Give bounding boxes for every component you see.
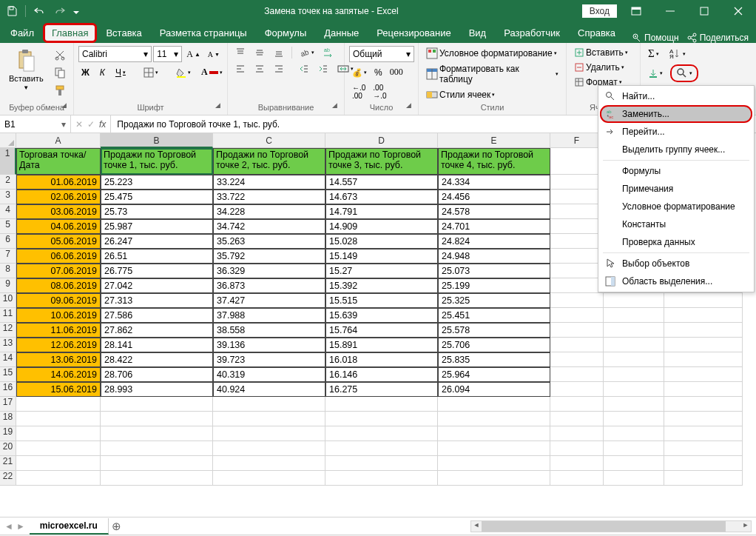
cell[interactable] (101, 441, 213, 456)
wrap-text-icon[interactable]: ab (320, 46, 338, 59)
row-header[interactable]: 14 (0, 352, 16, 367)
cell[interactable] (101, 412, 213, 426)
redo-icon[interactable] (51, 2, 69, 20)
underline-icon[interactable]: Ч ▾ (112, 66, 129, 79)
cancel-formula-icon[interactable]: ✕ (75, 119, 83, 130)
align-bottom-icon[interactable] (271, 46, 287, 59)
tab-formulas[interactable]: Формулы (256, 23, 316, 43)
data-cell[interactable]: 15.27 (325, 264, 438, 278)
tab-view[interactable]: Вид (460, 23, 496, 43)
cell[interactable] (604, 367, 664, 382)
col-header[interactable]: C (213, 133, 325, 148)
data-cell[interactable]: 14.909 (325, 219, 438, 234)
table-header-cell[interactable]: Продажи по Торговой точке 2, тыс. руб. (213, 148, 325, 175)
date-cell[interactable]: 08.06.2019 (16, 278, 101, 293)
data-cell[interactable]: 25.578 (438, 323, 550, 338)
data-cell[interactable]: 28.706 (101, 367, 213, 382)
data-cell[interactable]: 25.325 (438, 293, 550, 308)
date-cell[interactable]: 02.06.2019 (16, 190, 101, 204)
row-header[interactable]: 17 (0, 397, 16, 412)
data-cell[interactable]: 38.558 (213, 323, 325, 338)
cell[interactable] (213, 471, 325, 486)
data-cell[interactable]: 26.094 (438, 382, 550, 397)
tab-data[interactable]: Данные (315, 23, 368, 43)
cell[interactable] (550, 278, 604, 293)
tab-file[interactable]: Файл (1, 23, 43, 43)
menu-sel-pane[interactable]: Область выделения... (600, 272, 752, 290)
data-cell[interactable]: 25.987 (101, 219, 213, 234)
table-header-cell[interactable]: Продажи по Торговой точке 3, тыс. руб. (325, 148, 438, 175)
number-launcher-icon[interactable]: ◢ (406, 101, 415, 110)
undo-icon[interactable] (30, 2, 48, 20)
row-header[interactable]: 2 (0, 175, 16, 190)
data-cell[interactable]: 28.141 (101, 338, 213, 352)
borders-icon[interactable]: ▾ (141, 66, 161, 79)
fill-icon[interactable]: ▾ (645, 67, 666, 80)
cell[interactable] (325, 471, 438, 486)
cell[interactable] (550, 441, 604, 456)
date-cell[interactable]: 01.06.2019 (16, 175, 101, 190)
orientation-icon[interactable]: ab▾ (297, 46, 317, 59)
cell[interactable] (325, 397, 438, 412)
data-cell[interactable]: 26.51 (101, 249, 213, 264)
close-icon[interactable] (723, 0, 753, 22)
share-button[interactable]: Поделиться (686, 33, 749, 43)
row-header[interactable]: 11 (0, 308, 16, 323)
italic-icon[interactable]: К (97, 66, 108, 79)
cell[interactable] (664, 412, 743, 426)
number-format-combo[interactable]: Общий▾ (349, 46, 414, 62)
table-header-cell[interactable]: Продажи по Торговой точке 1, тыс. руб. (101, 148, 213, 175)
row-header[interactable]: 21 (0, 456, 16, 471)
align-middle-icon[interactable] (252, 46, 268, 59)
sheet-nav-prev-icon[interactable]: ◄ (4, 521, 13, 532)
data-cell[interactable]: 25.706 (438, 338, 550, 352)
cell[interactable] (438, 412, 550, 426)
enter-formula-icon[interactable]: ✓ (87, 119, 95, 130)
cell[interactable] (664, 367, 743, 382)
table-header-cell[interactable]: Продажи по Торговой точке 4, тыс. руб. (438, 148, 550, 175)
cell[interactable] (213, 426, 325, 441)
cell[interactable] (550, 308, 604, 323)
row-header[interactable]: 20 (0, 441, 16, 456)
date-cell[interactable]: 06.06.2019 (16, 249, 101, 264)
data-cell[interactable]: 39.723 (213, 352, 325, 367)
date-cell[interactable]: 05.06.2019 (16, 234, 101, 249)
col-header[interactable]: B (101, 133, 213, 148)
cell[interactable] (550, 148, 604, 175)
cell[interactable] (664, 382, 743, 397)
increase-decimal-icon[interactable]: ←.0.00 (349, 82, 368, 101)
qat-customize-icon[interactable] (72, 2, 81, 20)
shrink-font-icon[interactable]: A▼ (205, 49, 223, 60)
add-sheet-button[interactable]: ⊕ (109, 520, 125, 533)
row-header[interactable]: 7 (0, 249, 16, 264)
cell[interactable] (438, 397, 550, 412)
cell[interactable] (664, 397, 743, 412)
cell[interactable] (438, 471, 550, 486)
tab-home[interactable]: Главная (43, 23, 97, 43)
cell[interactable] (604, 456, 664, 471)
outdent-icon[interactable] (296, 62, 312, 76)
data-cell[interactable]: 15.764 (325, 323, 438, 338)
data-cell[interactable]: 15.149 (325, 249, 438, 264)
data-cell[interactable]: 33.722 (213, 190, 325, 204)
cell[interactable] (550, 397, 604, 412)
data-cell[interactable]: 15.028 (325, 234, 438, 249)
date-cell[interactable]: 14.06.2019 (16, 367, 101, 382)
data-cell[interactable]: 37.427 (213, 293, 325, 308)
cell[interactable] (664, 338, 743, 352)
sort-filter-icon[interactable]: AЯ▾ (666, 47, 689, 61)
conditional-formatting-button[interactable]: Условное форматирование▾ (423, 46, 561, 61)
col-header[interactable]: F (550, 133, 604, 148)
data-cell[interactable]: 25.073 (438, 264, 550, 278)
cell[interactable] (16, 456, 101, 471)
maximize-icon[interactable] (689, 0, 719, 22)
cell[interactable] (604, 293, 664, 308)
tab-layout[interactable]: Разметка страницы (151, 23, 256, 43)
percent-icon[interactable]: % (371, 66, 385, 79)
data-cell[interactable]: 34.742 (213, 219, 325, 234)
row-header[interactable]: 18 (0, 412, 16, 426)
cell[interactable] (604, 397, 664, 412)
data-cell[interactable]: 24.824 (438, 234, 550, 249)
cell[interactable] (325, 426, 438, 441)
clipboard-launcher-icon[interactable]: ◢ (61, 101, 70, 110)
